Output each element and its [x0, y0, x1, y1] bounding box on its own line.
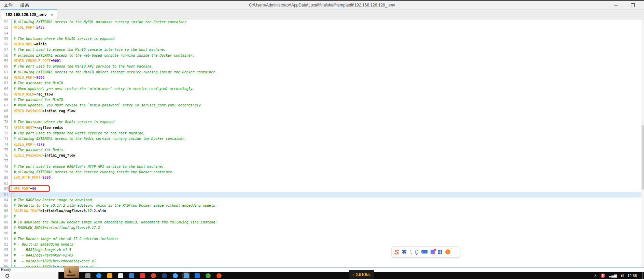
app-gray-tool[interactable] [85, 273, 90, 278]
line-code [12, 158, 14, 164]
editor-line[interactable]: 86RAGFLOW_IMAGE=infiniflow/ragflow:v0.17… [0, 208, 644, 214]
show-desktop-button[interactable] [642, 272, 644, 279]
editor-line[interactable]: 84# The RAGFlow Docker image to download… [0, 197, 644, 203]
editor-line[interactable]: 79# allowing EXTERNAL access to the serv… [0, 170, 644, 175]
ime-mascot-icon[interactable] [445, 249, 450, 254]
editor-line[interactable]: 68MINIO_PASSWORD=infini_rag_flow [0, 108, 644, 114]
network-speed-widget[interactable]: ↑ 2.6 KB/s [349, 270, 374, 279]
editor-line[interactable]: 87# [0, 214, 644, 219]
editor-line[interactable]: 54 [0, 31, 644, 36]
editor-line[interactable]: 58# allowing EXTERNAL access to the web-… [0, 53, 644, 58]
line-code: # When updated, you must revise the `min… [12, 86, 195, 92]
maximize-button[interactable] [629, 2, 636, 8]
system-tray: ∧S▂▄▆◖) [594, 274, 628, 278]
ship-painting-app-icon[interactable] [64, 266, 79, 278]
line-number: 83 [0, 192, 12, 197]
editor-line[interactable]: 82WEB_PORT=90 [0, 186, 644, 192]
editor-line[interactable]: 52# allowing EXTERNAL access to the MySQ… [0, 19, 644, 25]
editor-line[interactable]: 67# When updated, you must revise the `m… [0, 103, 644, 108]
editor-line[interactable]: 75# The password for Redis. [0, 147, 644, 153]
code-editor[interactable]: 52# allowing EXTERNAL access to the MySQ… [0, 19, 644, 267]
ime-skin-icon[interactable] [431, 250, 435, 254]
editor-line[interactable]: 53MYSQL_PORT=5455 [0, 25, 644, 30]
app-blue-folder[interactable] [195, 273, 200, 278]
tab-env-file[interactable]: 192.168.126.128_.env × [1, 9, 57, 19]
editor-line[interactable]: 80SVR_HTTP_PORT=9380 [0, 175, 644, 180]
app-blue-drop[interactable] [96, 273, 101, 278]
editor-line[interactable]: 71REDIS_HOST=ragflow-redis [0, 125, 644, 131]
app-flame[interactable] [216, 273, 222, 278]
editor-line[interactable]: 72# The port used to expose the Redis se… [0, 131, 644, 136]
scrollbar-thumb[interactable] [642, 125, 644, 190]
tab-close-icon[interactable]: × [51, 12, 54, 17]
app-editor-active[interactable] [184, 273, 189, 278]
editor-line[interactable]: 93# - BAAI/bge-large-zh-v1.5 [0, 247, 644, 253]
editor-line[interactable]: 65MINIO_USER=rag_flow [0, 92, 644, 97]
minimize-button[interactable] [613, 2, 620, 8]
editor-line[interactable]: 85# Defaults to the v0.17.2-slim edition… [0, 203, 644, 208]
line-number: 68 [0, 108, 12, 114]
app-dark-navy[interactable] [162, 273, 167, 278]
app-window: 文件 搜索 C:\Users\Administrator\AppData\Loc… [0, 0, 644, 279]
tray-volume-icon[interactable]: ◖) [621, 274, 624, 277]
editor-line[interactable]: 76REDIS_PASSWORD=infini_rag_flow [0, 153, 644, 158]
tray-network-icon[interactable]: ▂▄▆ [609, 274, 617, 277]
editor-line[interactable]: 88# To download the RAGFlow Docker image… [0, 220, 644, 225]
editor-line[interactable]: 94# - BAAI/bge-reranker-v2-m3 [0, 253, 644, 258]
ime-language-toggle[interactable]: 英 [402, 249, 406, 255]
tray-chevron-up-icon[interactable]: ∧ [594, 274, 597, 277]
editor-line[interactable]: 55# The hostname where the MinIO service… [0, 36, 644, 42]
editor-line[interactable]: 81 [0, 181, 644, 186]
editor-line[interactable]: 95# - maidalun1020/bce-embedding-base_v1 [0, 259, 644, 264]
app-browser[interactable] [151, 273, 156, 278]
menu-file[interactable]: 文件 [0, 1, 16, 9]
line-number: 77 [0, 158, 12, 164]
line-code [12, 114, 14, 119]
line-number: 82 [0, 186, 12, 192]
editor-line[interactable]: 70# The hostname where the Redis service… [0, 119, 644, 125]
editor-line[interactable]: 96# - maidalun1020/bce-reranker-base_v1 [0, 264, 644, 267]
editor-line[interactable]: 74REDIS_PORT=7379 [0, 142, 644, 147]
app-calculator[interactable] [118, 273, 123, 278]
ime-apps-grid-icon[interactable] [438, 250, 442, 254]
line-number: 93 [0, 247, 12, 253]
editor-line[interactable]: 73# allowing EXTERNAL access to the Redi… [0, 136, 644, 142]
ime-punctuation-toggle[interactable]: ’, [409, 249, 412, 254]
microphone-icon[interactable] [415, 250, 418, 254]
line-number: 85 [0, 203, 12, 208]
editor-line[interactable]: 69 [0, 114, 644, 119]
line-number: 52 [0, 19, 12, 25]
vertical-scrollbar[interactable] [641, 19, 644, 267]
tab-label: 192.168.126.128_.env [5, 12, 47, 17]
editor-line[interactable]: 89# RAGFLOW_IMAGE=infiniflow/ragflow:v0.… [0, 225, 644, 231]
editor-line[interactable]: 59MINIO_CONSOLE_PORT=9001 [0, 58, 644, 64]
line-code: # - BAAI/bge-reranker-v2-m3 [12, 253, 73, 258]
editor-line[interactable]: 77 [0, 158, 644, 164]
editor-line[interactable]: 92# - Built-in embedding models: [0, 242, 644, 247]
sogou-logo-icon[interactable]: S [394, 249, 399, 255]
app-green[interactable] [206, 273, 211, 278]
line-number: 55 [0, 36, 12, 42]
editor-line[interactable]: 60# The port used to expose the MinIO AP… [0, 64, 644, 69]
editor-line[interactable]: 66# The password for MinIO. [0, 97, 644, 103]
app-blue-triangle[interactable] [129, 273, 134, 278]
editor-line[interactable]: 61# allowing EXTERNAL access to the MinI… [0, 70, 644, 75]
editor-line[interactable]: 56MINIO_HOST=minio [0, 42, 644, 47]
line-code: # The port used to expose RAGFlow's HTTP… [12, 164, 164, 170]
editor-line[interactable]: 83 [0, 192, 644, 197]
editor-line[interactable]: 90# [0, 231, 644, 236]
app-red-grid[interactable] [140, 273, 145, 278]
app-folder[interactable] [107, 273, 112, 278]
editor-line[interactable]: 62MINIO_PORT=9000 [0, 75, 644, 80]
editor-line[interactable]: 57# The port used to expose the MinIO co… [0, 47, 644, 53]
editor-line[interactable]: 91# The Docker image of the v0.17.2 edit… [0, 236, 644, 242]
taskbar-search-box[interactable] [0, 272, 59, 279]
editor-line[interactable]: 78# The port used to expose RAGFlow's HT… [0, 164, 644, 170]
tray-ime-icon[interactable]: S [601, 274, 605, 278]
virtual-keyboard-icon[interactable]: ⌨ [421, 249, 428, 254]
menu-search[interactable]: 搜索 [16, 1, 33, 9]
editor-line[interactable]: 64# When updated, you must revise the `m… [0, 86, 644, 92]
app-light-drop[interactable] [173, 273, 178, 278]
editor-line[interactable]: 63# The username for MinIO. [0, 80, 644, 86]
taskbar-clock[interactable]: 12:38 [627, 274, 642, 278]
